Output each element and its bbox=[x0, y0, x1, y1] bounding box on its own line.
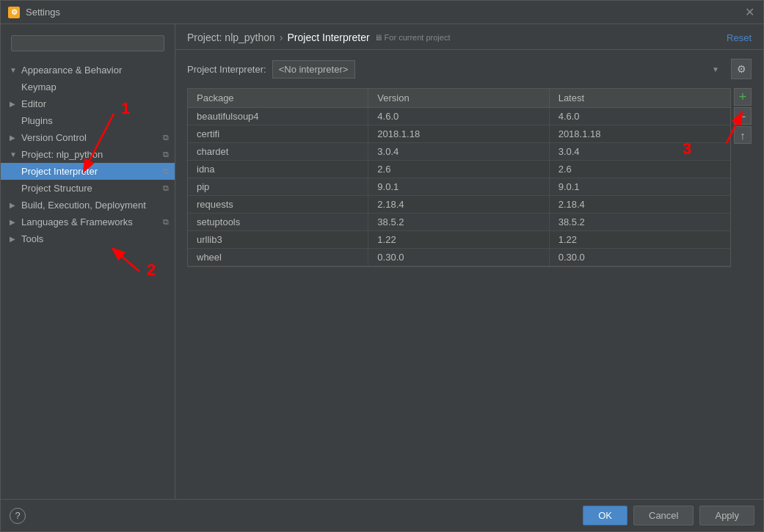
table-row[interactable]: pip 9.0.1 9.0.1 bbox=[188, 178, 730, 196]
table-row[interactable]: urllib3 1.22 1.22 bbox=[188, 231, 730, 249]
panel-body: Project Interpreter: <No interpreter> ⚙ bbox=[175, 50, 763, 499]
cell-package: urllib3 bbox=[188, 231, 368, 248]
table-row[interactable]: certifi 2018.1.18 2018.1.18 bbox=[188, 125, 730, 143]
panel-header: Project: nlp_python › Project Interprete… bbox=[175, 24, 763, 50]
tag-icon: 🖥 bbox=[374, 33, 382, 42]
sidebar-item-editor[interactable]: ▶ Editor bbox=[1, 95, 175, 112]
cell-latest: 38.5.2 bbox=[550, 214, 730, 230]
apply-button[interactable]: Apply bbox=[699, 506, 754, 525]
cell-latest: 9.0.1 bbox=[550, 178, 730, 195]
arrow-icon: ▶ bbox=[10, 235, 18, 243]
cancel-button[interactable]: Cancel bbox=[633, 506, 694, 525]
table-body: beautifulsoup4 4.6.0 4.6.0 certifi 2018.… bbox=[188, 108, 730, 266]
table-row[interactable]: setuptools 38.5.2 38.5.2 bbox=[188, 214, 730, 231]
cell-version: 1.22 bbox=[368, 231, 549, 248]
sidebar-item-project[interactable]: ▼ Project: nlp_python ⧉ bbox=[1, 146, 175, 163]
arrow-icon: ▶ bbox=[10, 218, 18, 226]
table-header: Package Version Latest bbox=[188, 89, 730, 108]
copy-icon: ⧉ bbox=[163, 167, 169, 176]
sidebar-item-project-interpreter[interactable]: Project Interpreter ⧉ bbox=[1, 163, 175, 180]
search-input[interactable] bbox=[11, 35, 164, 51]
interpreter-settings-button[interactable]: ⚙ bbox=[731, 59, 752, 79]
footer-buttons: OK Cancel Apply bbox=[583, 506, 754, 525]
breadcrumb-tag: 🖥 For current project bbox=[374, 33, 451, 42]
close-button[interactable]: ✕ bbox=[743, 6, 756, 19]
cell-package: idna bbox=[188, 161, 368, 178]
table-row[interactable]: requests 2.18.4 2.18.4 bbox=[188, 196, 730, 214]
window-title: Settings bbox=[26, 7, 60, 18]
table-area: Package Version Latest beautifulsoup4 4.… bbox=[187, 88, 752, 267]
table-row[interactable]: wheel 0.30.0 0.30.0 bbox=[188, 249, 730, 266]
col-version: Version bbox=[368, 89, 549, 107]
interpreter-select[interactable]: <No interpreter> bbox=[272, 60, 355, 79]
main-panel: Project: nlp_python › Project Interprete… bbox=[175, 24, 763, 499]
cell-package: beautifulsoup4 bbox=[188, 108, 368, 125]
app-icon: ⚙ bbox=[8, 7, 20, 18]
table-row[interactable]: beautifulsoup4 4.6.0 4.6.0 bbox=[188, 108, 730, 125]
gear-icon: ⚙ bbox=[737, 63, 746, 75]
cell-version: 0.30.0 bbox=[368, 249, 549, 266]
footer: ? OK Cancel Apply bbox=[1, 499, 763, 531]
cell-latest: 4.6.0 bbox=[550, 108, 730, 125]
up-package-button[interactable]: ↑ bbox=[734, 126, 752, 144]
arrow-icon: ▶ bbox=[10, 134, 18, 142]
cell-latest: 2018.1.18 bbox=[550, 125, 730, 142]
copy-icon: ⧉ bbox=[163, 150, 169, 159]
sidebar-item-build-execution[interactable]: ▶ Build, Execution, Deployment bbox=[1, 197, 175, 214]
copy-icon: ⧉ bbox=[163, 183, 169, 193]
table-row[interactable]: idna 2.6 2.6 bbox=[188, 161, 730, 178]
sidebar-item-plugins[interactable]: Plugins bbox=[1, 112, 175, 129]
cell-version: 38.5.2 bbox=[368, 214, 549, 230]
copy-icon: ⧉ bbox=[163, 133, 169, 142]
cell-latest: 3.0.4 bbox=[550, 143, 730, 160]
cell-latest: 1.22 bbox=[550, 231, 730, 248]
cell-version: 9.0.1 bbox=[368, 178, 549, 195]
help-button[interactable]: ? bbox=[10, 508, 26, 524]
arrow-icon: ▶ bbox=[10, 201, 18, 209]
cell-package: pip bbox=[188, 178, 368, 195]
remove-package-button[interactable]: − bbox=[734, 107, 752, 125]
cell-version: 2.18.4 bbox=[368, 196, 549, 213]
title-bar: ⚙ Settings ✕ bbox=[1, 1, 763, 24]
arrow-icon: ▼ bbox=[10, 66, 18, 74]
cell-latest: 0.30.0 bbox=[550, 249, 730, 266]
cell-version: 2018.1.18 bbox=[368, 125, 549, 142]
breadcrumb: Project: nlp_python › Project Interprete… bbox=[187, 32, 450, 43]
cell-package: wheel bbox=[188, 249, 368, 266]
cell-version: 4.6.0 bbox=[368, 108, 549, 125]
arrow-icon: ▼ bbox=[10, 150, 18, 158]
interpreter-label: Project Interpreter: bbox=[187, 64, 266, 75]
sidebar-item-languages[interactable]: ▶ Languages & Frameworks ⧉ bbox=[1, 214, 175, 230]
ok-button[interactable]: OK bbox=[583, 506, 627, 525]
reset-button[interactable]: Reset bbox=[727, 32, 752, 43]
breadcrumb-separator: › bbox=[280, 32, 283, 43]
cell-package: chardet bbox=[188, 143, 368, 160]
cell-version: 2.6 bbox=[368, 161, 549, 178]
sidebar-item-version-control[interactable]: ▶ Version Control ⧉ bbox=[1, 129, 175, 146]
col-latest: Latest bbox=[550, 89, 730, 107]
sidebar-item-keymap[interactable]: Keymap bbox=[1, 79, 175, 95]
interpreter-row: Project Interpreter: <No interpreter> ⚙ bbox=[187, 59, 752, 79]
table-side-buttons: + − ↑ bbox=[734, 88, 752, 267]
cell-package: requests bbox=[188, 196, 368, 213]
sidebar-item-project-structure[interactable]: Project Structure ⧉ bbox=[1, 180, 175, 197]
breadcrumb-project: Project: nlp_python bbox=[187, 32, 275, 43]
cell-latest: 2.6 bbox=[550, 161, 730, 178]
sidebar-item-appearance[interactable]: ▼ Appearance & Behavior bbox=[1, 62, 175, 79]
cell-package: setuptools bbox=[188, 214, 368, 230]
sidebar: ▼ Appearance & Behavior Keymap ▶ Editor … bbox=[1, 24, 175, 499]
col-package: Package bbox=[188, 89, 368, 107]
cell-version: 3.0.4 bbox=[368, 143, 549, 160]
table-row[interactable]: chardet 3.0.4 3.0.4 bbox=[188, 143, 730, 161]
sidebar-item-tools[interactable]: ▶ Tools bbox=[1, 230, 175, 247]
copy-icon: ⧉ bbox=[163, 217, 169, 227]
interpreter-select-wrapper: <No interpreter> bbox=[272, 60, 725, 79]
breadcrumb-interpreter: Project Interpreter bbox=[288, 32, 370, 43]
add-package-button[interactable]: + bbox=[734, 88, 752, 106]
cell-package: certifi bbox=[188, 125, 368, 142]
arrow-icon: ▶ bbox=[10, 100, 18, 108]
cell-latest: 2.18.4 bbox=[550, 196, 730, 213]
package-table: Package Version Latest beautifulsoup4 4.… bbox=[187, 88, 731, 267]
